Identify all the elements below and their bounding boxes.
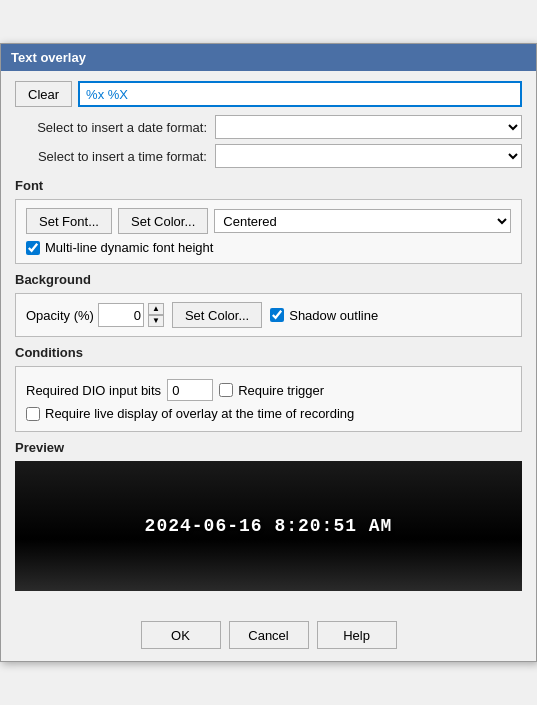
- conditions-section: Required DIO input bits Require trigger …: [15, 366, 522, 432]
- opacity-up-button[interactable]: ▲: [148, 303, 164, 315]
- preview-text: 2024-06-16 8:20:51 AM: [145, 516, 393, 536]
- dialog-title: Text overlay: [11, 50, 86, 65]
- shadow-label: Shadow outline: [289, 308, 378, 323]
- date-format-select[interactable]: [215, 115, 522, 139]
- cancel-button[interactable]: Cancel: [229, 621, 309, 649]
- time-format-row: Select to insert a time format:: [15, 144, 522, 168]
- text-overlay-dialog: Text overlay Clear Select to insert a da…: [0, 43, 537, 662]
- require-trigger-checkbox[interactable]: [219, 383, 233, 397]
- ok-button[interactable]: OK: [141, 621, 221, 649]
- preview-section-label: Preview: [15, 440, 522, 455]
- help-button[interactable]: Help: [317, 621, 397, 649]
- clear-button[interactable]: Clear: [15, 81, 72, 107]
- background-section-label: Background: [15, 272, 522, 287]
- set-font-button[interactable]: Set Font...: [26, 208, 112, 234]
- require-live-label: Require live display of overlay at the t…: [45, 406, 354, 421]
- require-live-checkbox[interactable]: [26, 407, 40, 421]
- conditions-section-label: Conditions: [15, 345, 522, 360]
- time-format-label: Select to insert a time format:: [15, 149, 215, 164]
- opacity-label: Opacity (%): [26, 308, 94, 323]
- multiline-label: Multi-line dynamic font height: [45, 240, 213, 255]
- opacity-input[interactable]: [98, 303, 144, 327]
- set-color-bg-button[interactable]: Set Color...: [172, 302, 262, 328]
- font-section-label: Font: [15, 178, 522, 193]
- dialog-footer: OK Cancel Help: [1, 613, 536, 661]
- required-dio-input[interactable]: [167, 379, 213, 401]
- font-section: Set Font... Set Color... Centered Left R…: [15, 199, 522, 264]
- preview-box: 2024-06-16 8:20:51 AM: [15, 461, 522, 591]
- set-color-font-button[interactable]: Set Color...: [118, 208, 208, 234]
- require-trigger-label: Require trigger: [238, 383, 324, 398]
- background-section: Opacity (%) ▲ ▼ Set Color... Shadow outl…: [15, 293, 522, 337]
- opacity-spinner[interactable]: ▲ ▼: [148, 303, 164, 327]
- alignment-select[interactable]: Centered Left Right: [214, 209, 511, 233]
- date-format-row: Select to insert a date format:: [15, 115, 522, 139]
- dialog-title-bar: Text overlay: [1, 44, 536, 71]
- required-dio-label: Required DIO input bits: [26, 383, 161, 398]
- multiline-checkbox[interactable]: [26, 241, 40, 255]
- date-format-label: Select to insert a date format:: [15, 120, 215, 135]
- shadow-checkbox[interactable]: [270, 308, 284, 322]
- time-format-select[interactable]: [215, 144, 522, 168]
- opacity-down-button[interactable]: ▼: [148, 315, 164, 327]
- text-overlay-input[interactable]: [78, 81, 522, 107]
